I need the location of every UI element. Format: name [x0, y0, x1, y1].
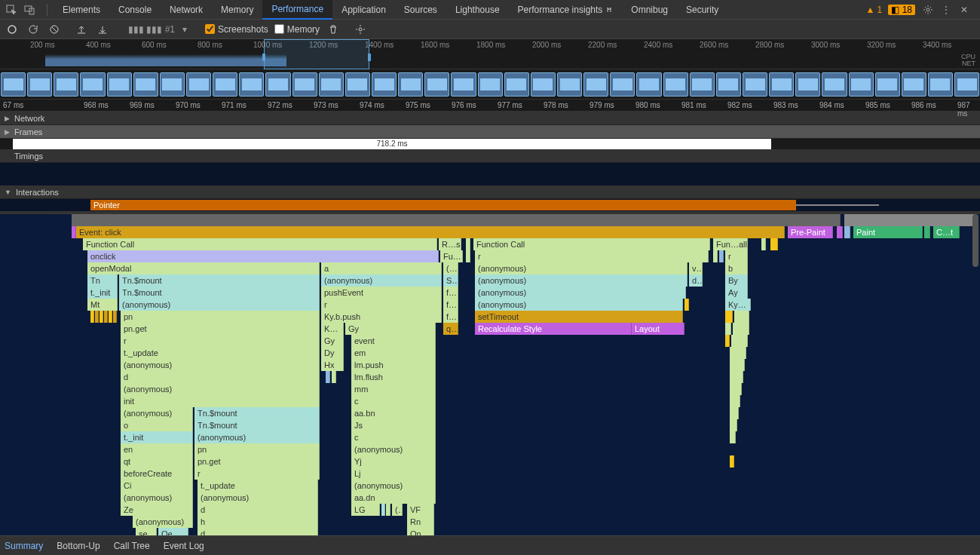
flame-[interactable]	[104, 311, 108, 323]
warning-count[interactable]: ▲ 1	[865, 5, 882, 15]
flame-[interactable]	[113, 311, 117, 323]
screenshot-thumb[interactable]	[239, 72, 264, 97]
flame-[interactable]	[725, 335, 730, 347]
clear-icon[interactable]	[47, 22, 62, 37]
flame-Ky-h[interactable]: Ky…h	[725, 299, 751, 311]
reload-icon[interactable]	[26, 22, 41, 37]
flame-q-[interactable]: q…	[443, 323, 458, 335]
gear-icon[interactable]	[921, 3, 935, 17]
screenshot-thumb[interactable]	[663, 72, 688, 97]
tab-sources[interactable]: Sources	[395, 0, 446, 20]
flame-f-[interactable]: f…	[443, 287, 458, 299]
flame-Lj[interactable]: Lj	[351, 468, 436, 480]
flame-en[interactable]: en	[121, 443, 193, 455]
flame-v-[interactable]: v…	[689, 262, 703, 274]
screenshot-thumb[interactable]	[928, 72, 953, 97]
flame-Qe[interactable]: Qe	[158, 528, 188, 535]
flame-o[interactable]: o	[121, 419, 193, 431]
flame-Tn[interactable]: Tn	[87, 274, 118, 287]
flame-Function-Call[interactable]: Function Call	[83, 238, 437, 250]
record-icon[interactable]	[5, 22, 20, 37]
screenshot-thumb[interactable]	[107, 72, 132, 97]
flame-pn[interactable]: pn	[194, 443, 320, 455]
flame-Tn-mount[interactable]: Tn.$mount	[119, 287, 320, 299]
flame-aa-dn[interactable]: aa.dn	[351, 492, 436, 504]
flame-Tn-mount[interactable]: Tn.$mount	[119, 274, 320, 287]
error-count[interactable]: ◧ 18	[888, 5, 915, 15]
flame-r[interactable]: r	[194, 468, 320, 480]
flame-r[interactable]: r	[475, 250, 709, 262]
flame-Rn[interactable]: Rn	[407, 516, 434, 528]
flame-f-[interactable]: f…	[443, 299, 458, 311]
settings-gear-icon[interactable]	[353, 22, 368, 37]
flame-Tn-mount[interactable]: Tn.$mount	[194, 407, 320, 419]
flame-Layout[interactable]: Layout	[632, 323, 684, 335]
kebab-icon[interactable]: ⋮	[939, 3, 953, 17]
network-track-header[interactable]: ▶Network	[0, 112, 980, 125]
overview-selection[interactable]	[264, 39, 369, 69]
flame-Pre-Paint[interactable]: Pre-Paint	[788, 226, 833, 238]
flame-setTimeout[interactable]: setTimeout	[475, 311, 683, 323]
flame-[interactable]	[730, 359, 745, 371]
flame-em[interactable]: em	[351, 347, 436, 359]
tab-call-tree[interactable]: Call Tree	[114, 541, 150, 551]
flame-Hx[interactable]: Hx	[321, 359, 344, 371]
flame-[interactable]	[761, 238, 766, 250]
flame-d[interactable]: d	[198, 528, 318, 535]
flame-t-_init[interactable]: t._init	[87, 287, 118, 299]
screenshot-thumb[interactable]	[54, 72, 78, 97]
flame-onclick[interactable]: onclick	[87, 250, 439, 262]
screenshot-thumb[interactable]	[265, 72, 290, 97]
flame-[interactable]	[684, 299, 689, 311]
flame-[interactable]	[730, 419, 737, 431]
flame-r[interactable]: r	[321, 299, 442, 311]
flame-Fun-all[interactable]: Fun…all	[713, 238, 748, 250]
flame--[interactable]: (…)	[443, 262, 458, 274]
flame-task[interactable]	[72, 214, 841, 226]
flame-Tn-mount[interactable]: Tn.$mount	[194, 419, 320, 431]
tab-security[interactable]: Security	[677, 0, 727, 20]
flame--anonymous-[interactable]: (anonymous)	[119, 299, 320, 311]
tab-console[interactable]: Console	[109, 0, 161, 20]
flame-[interactable]	[730, 383, 742, 395]
screenshot-thumb[interactable]	[186, 72, 211, 97]
flame-By[interactable]: By	[725, 274, 748, 287]
flame-Ci[interactable]: Ci	[121, 480, 193, 492]
screenshot-thumb[interactable]	[875, 72, 900, 97]
flame-[interactable]	[924, 226, 930, 238]
flame-[interactable]	[725, 323, 731, 335]
flame--anonymous-[interactable]: (anonymous)	[475, 299, 683, 311]
flame-[interactable]	[90, 311, 94, 323]
screenshot-thumb[interactable]	[849, 72, 874, 97]
screenshot-thumb[interactable]	[636, 72, 661, 97]
tab-summary[interactable]: Summary	[5, 541, 43, 551]
timings-track-body[interactable]	[0, 163, 980, 186]
flame--anonymous-[interactable]: (anonymous)	[121, 492, 193, 504]
interactions-track-header[interactable]: ▼Interactions	[0, 186, 980, 199]
tab-omnibug[interactable]: Omnibug	[622, 0, 677, 20]
flame-[interactable]	[386, 504, 390, 516]
flame-C-t[interactable]: C…t	[933, 226, 960, 238]
screenshot-thumb[interactable]	[1, 72, 26, 97]
flame--anonymous-[interactable]: (anonymous)	[194, 431, 320, 443]
flame-Recalculate-Style[interactable]: Recalculate Style	[475, 323, 632, 335]
screenshot-thumb[interactable]	[478, 72, 503, 97]
flame-[interactable]	[733, 323, 749, 335]
tab-application[interactable]: Application	[332, 0, 395, 20]
flame-[interactable]	[844, 226, 850, 238]
screenshot-thumb[interactable]	[902, 72, 926, 97]
flame-[interactable]	[730, 407, 739, 419]
screenshot-thumb[interactable]	[954, 72, 979, 97]
flame-Dy[interactable]: Dy	[321, 347, 344, 359]
frames-track-body[interactable]: 718.2 ms	[0, 139, 980, 149]
flame--anonymous-[interactable]: (anonymous)	[475, 287, 686, 299]
flame-Ay[interactable]: Ay	[725, 287, 748, 299]
flame-Ze[interactable]: Ze	[121, 504, 193, 516]
flame--anonymous-[interactable]: (anonymous)	[121, 407, 193, 419]
flame-Ky-b-push[interactable]: Ky.b.push	[321, 311, 442, 323]
flame-t-_init[interactable]: t._init	[121, 431, 193, 443]
flame-pn-get[interactable]: pn.get	[121, 323, 320, 335]
flame-c[interactable]: c	[351, 395, 436, 407]
device-icon[interactable]	[23, 3, 36, 17]
tab-event-log[interactable]: Event Log	[164, 541, 204, 551]
